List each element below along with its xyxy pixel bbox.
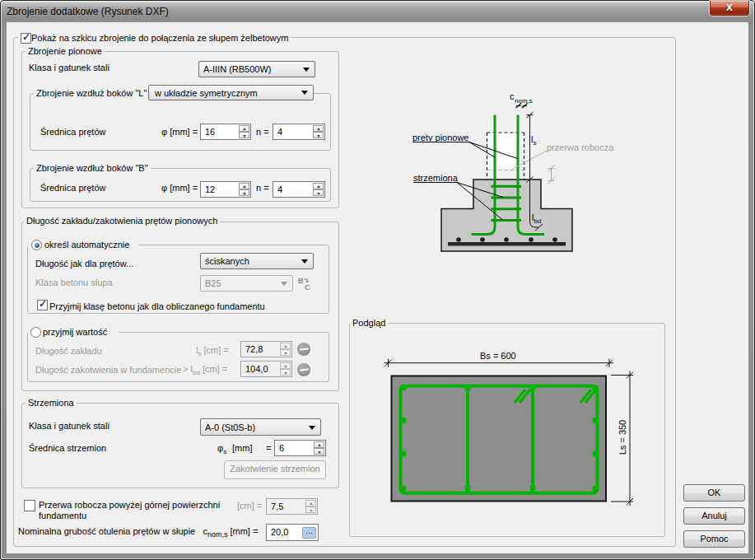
svg-text:B: B — [298, 277, 304, 285]
svg-text:C: C — [305, 283, 310, 292]
